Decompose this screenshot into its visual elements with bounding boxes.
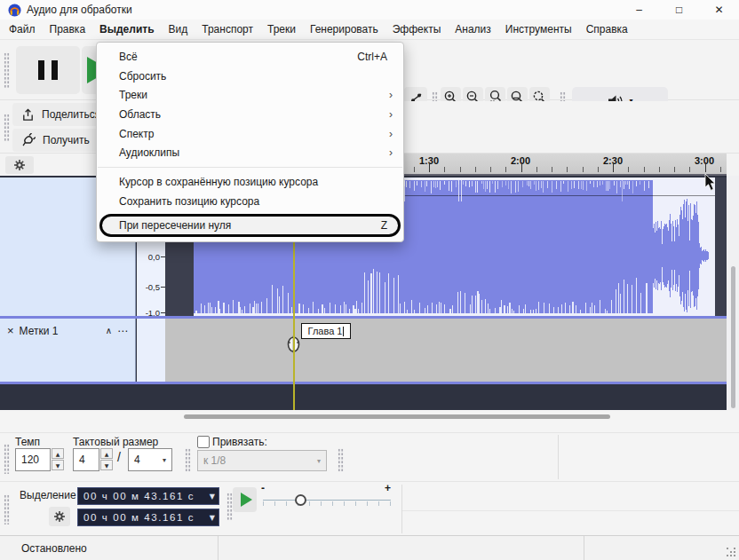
gear-icon <box>13 159 26 171</box>
menu-item-label: Курсор в сохранённую позицию курсора <box>119 176 318 188</box>
menu-item-label: Область <box>119 108 161 121</box>
selection-start-value: 00 ч 00 м 43.161 с <box>83 491 195 501</box>
menu-item-region[interactable]: Область › <box>97 105 403 124</box>
menu-item-label: Треки <box>119 89 147 101</box>
toolbar-grip[interactable] <box>4 52 10 88</box>
menubar-item-tracks[interactable]: Треки <box>260 20 303 39</box>
toolbar-grip[interactable] <box>226 493 233 521</box>
speed-slider-track[interactable] <box>263 500 391 501</box>
snap-checkbox[interactable] <box>197 436 210 448</box>
selection-toolbar: Выделение 00 ч 00 м 43.161 с▼ 00 ч 00 м … <box>0 481 739 535</box>
selection-start-field[interactable]: 00 ч 00 м 43.161 с▼ <box>77 487 219 505</box>
label-track-name: Метки 1 <box>20 325 59 337</box>
gear-icon <box>53 510 66 523</box>
toolbar-grip[interactable] <box>185 448 191 471</box>
selection-options-button[interactable] <box>49 507 70 526</box>
label-track-area[interactable] <box>165 319 727 382</box>
menu-item-reset[interactable]: Сбросить <box>97 67 403 86</box>
share-audio-label: Поделиться <box>42 108 100 121</box>
close-track-button[interactable]: × <box>7 324 14 337</box>
menu-item-label: Сохранить позицию курсора <box>119 195 259 208</box>
horizontal-scrollbar-thumb[interactable] <box>184 414 610 419</box>
horizontal-scrollbar[interactable] <box>0 410 739 432</box>
menubar-item-transport[interactable]: Транспорт <box>195 20 260 39</box>
plug-icon <box>21 133 36 147</box>
tempo-label: Темп <box>15 436 40 448</box>
tempo-spinner[interactable]: ▲▼ <box>52 448 64 470</box>
speed-slider-thumb[interactable] <box>295 494 306 506</box>
title-bar: Аудио для обработки – □ ✕ <box>0 0 739 20</box>
menubar-item-file[interactable]: Файл <box>2 20 43 39</box>
label-text: Глава 1 <box>308 326 343 336</box>
toolbar-row-divider <box>402 510 739 511</box>
toolbar-grip[interactable] <box>4 494 10 525</box>
close-button[interactable]: ✕ <box>699 0 739 20</box>
tempo-input[interactable]: 120 <box>15 448 51 471</box>
maximize-button[interactable]: □ <box>659 0 699 20</box>
speed-minus-label: - <box>261 482 265 494</box>
beats-spinner[interactable]: ▲▼ <box>100 448 113 470</box>
vertical-scrollbar[interactable] <box>727 176 739 410</box>
label-track-panel[interactable]: × Метки 1 ∧ ⋯ <box>0 319 136 382</box>
submenu-arrow-icon: › <box>389 89 393 101</box>
beats-input[interactable]: 4 <box>73 448 99 471</box>
audacity-logo-icon <box>8 4 21 17</box>
menu-item-shortcut: Z <box>381 219 387 232</box>
menubar-item-generate[interactable]: Генерировать <box>303 20 385 39</box>
time-signature-label: Тактовый размер <box>73 436 158 448</box>
get-effects-label: Получить <box>43 134 90 146</box>
menubar-item-analyze[interactable]: Анализ <box>448 20 498 39</box>
menu-item-save-cursor-position[interactable]: Сохранить позицию курсора <box>97 192 403 211</box>
status-divider <box>584 536 584 560</box>
toolbar-grip[interactable] <box>4 114 10 142</box>
submenu-arrow-icon: › <box>389 128 393 140</box>
menubar-item-effects[interactable]: Эффекты <box>385 20 449 39</box>
label-track-gutter <box>137 319 165 382</box>
menu-separator <box>98 167 402 168</box>
mouse-cursor-icon <box>704 174 717 192</box>
track-menu-button[interactable]: ⋯ <box>117 325 128 337</box>
menubar-item-tools[interactable]: Инструменты <box>498 20 579 39</box>
text-caret <box>343 327 344 336</box>
play-at-speed-button[interactable] <box>233 487 257 512</box>
menubar-item-view[interactable]: Вид <box>162 20 195 39</box>
menu-item-shortcut: Ctrl+A <box>357 51 393 63</box>
share-icon <box>21 108 35 122</box>
timeline-options-button[interactable] <box>5 156 34 174</box>
speed-slider-ticks <box>263 501 391 506</box>
pause-button[interactable] <box>16 46 80 94</box>
menubar-item-select[interactable]: Выделить <box>92 20 161 39</box>
ruler-value: 0,0 <box>148 252 160 262</box>
collapse-track-button[interactable]: ∧ <box>106 326 112 335</box>
menu-item-spectral[interactable]: Спектр › <box>97 124 403 144</box>
audacity-window: Аудио для обработки – □ ✕ Файл Правка Вы… <box>0 0 739 560</box>
snap-mode-select[interactable]: к 1/8▾ <box>197 450 327 471</box>
speed-plus-label: + <box>385 482 391 494</box>
resize-grip-icon[interactable] <box>727 548 728 549</box>
menubar-item-help[interactable]: Справка <box>579 20 635 39</box>
menubar-item-edit[interactable]: Правка <box>43 20 93 39</box>
submenu-arrow-icon: › <box>389 108 393 121</box>
vertical-scrollbar-thumb[interactable] <box>731 266 735 408</box>
menu-item-audio-clips[interactable]: Аудиоклипы › <box>97 143 403 162</box>
toolbar-grip[interactable] <box>4 444 10 474</box>
minimize-button[interactable]: – <box>619 0 659 20</box>
menu-item-at-zero-crossings[interactable]: При пересечении нуля Z <box>99 214 401 237</box>
menu-item-label: Всё <box>119 51 138 63</box>
selection-end-field[interactable]: 00 ч 00 м 43.161 с▼ <box>77 509 219 526</box>
snap-mode-value: к 1/8 <box>203 454 226 467</box>
beat-unit-select[interactable]: 4▾ <box>128 448 172 471</box>
menu-item-cursor-to-saved[interactable]: Курсор в сохранённую позицию курсора <box>97 172 403 192</box>
menu-item-tracks[interactable]: Треки › <box>97 85 403 105</box>
beat-unit-value: 4 <box>134 454 140 466</box>
label-text-box[interactable]: Глава 1 <box>301 323 351 339</box>
selected-blank-right <box>715 177 727 316</box>
menu-item-all[interactable]: Всё Ctrl+A <box>97 47 403 67</box>
status-divider <box>218 536 219 560</box>
selection-end-value: 00 ч 00 м 43.161 с <box>83 512 195 523</box>
label-track: × Метки 1 ∧ ⋯ Глава 1 <box>0 319 727 382</box>
status-bar: Остановлено <box>0 535 739 560</box>
submenu-arrow-icon: › <box>389 146 393 159</box>
toolbar-grip[interactable] <box>338 448 344 471</box>
play-at-speed-icon <box>241 493 252 507</box>
